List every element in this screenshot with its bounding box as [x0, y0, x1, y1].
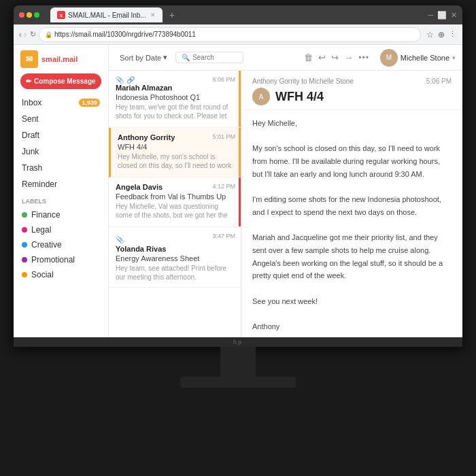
menu-icon[interactable]: ⋮ — [449, 30, 457, 39]
address-bar[interactable]: 🔒 https://smail.mail/10300/nrgdrive/7738… — [39, 27, 421, 42]
email-preview-2: Hey Michelle, Val was questioning some o… — [116, 202, 234, 221]
email-indicator-2 — [239, 177, 241, 226]
label-legal[interactable]: Legal — [14, 222, 108, 237]
sort-button[interactable]: Sort by Date ▾ — [116, 51, 171, 64]
window-maximize-dot[interactable] — [34, 12, 39, 18]
search-icon: 🔍 — [182, 54, 190, 61]
extensions-icon[interactable]: ⊕ — [438, 30, 445, 39]
window-minimize-dot[interactable] — [27, 12, 32, 18]
new-tab-icon[interactable]: + — [167, 10, 177, 20]
nav-draft[interactable]: Draft — [14, 127, 108, 143]
tab-title: SMAIL.MAIL - Email Inb... — [68, 12, 146, 19]
email-indicator-1 — [239, 128, 241, 177]
secure-icon: 🔒 — [45, 31, 52, 38]
label-promotional-dot — [22, 257, 27, 262]
minimize-icon[interactable]: ─ — [428, 11, 433, 19]
label-social[interactable]: Social — [14, 267, 108, 282]
nav-inbox-label: Inbox — [22, 98, 41, 107]
nav-reminder[interactable]: Reminder — [14, 176, 108, 192]
search-box[interactable]: 🔍 — [175, 52, 243, 63]
label-social-dot — [22, 272, 27, 277]
compose-label: Compose Message — [34, 78, 96, 85]
attach-icon-3: 📎 — [116, 236, 124, 243]
nav-junk[interactable]: Junk — [14, 143, 108, 160]
email-preview-1: Hey Michelle, my son's school is closed … — [118, 152, 234, 171]
email-indicator-0 — [239, 71, 241, 127]
label-creative[interactable]: Creative — [14, 237, 108, 252]
email-subject-3: Energy Awareness Sheet — [116, 254, 234, 262]
email-sender-0: Mariah Almazan — [116, 84, 234, 92]
thread-time: 5:06 PM — [426, 78, 452, 85]
label-finance[interactable]: Finance — [14, 207, 108, 222]
thread-from: Anthony Gorrity to Michelle Stone — [252, 78, 354, 85]
email-subject-detail: WFH 4/4 — [275, 90, 324, 104]
email-time-2: 4:12 PM — [212, 183, 235, 190]
sort-label: Sort by Date — [120, 54, 161, 62]
user-avatar: M — [380, 49, 398, 67]
email-item-1[interactable]: Anthony Gorrity 5:01 PM WFH 4/4 Hey Mich… — [109, 128, 241, 177]
monitor-brand-logo: hp — [233, 339, 243, 345]
label-legal-text: Legal — [31, 225, 51, 235]
email-time-0: 5:06 PM — [212, 76, 235, 83]
email-item-3[interactable]: 📎 Yolanda Rivas 3:47 PM Energy Awareness… — [109, 227, 241, 288]
delete-button[interactable]: 🗑 — [304, 52, 313, 63]
label-creative-text: Creative — [31, 240, 62, 250]
user-chevron-icon: ▾ — [452, 54, 456, 61]
email-subject-2: Feedback from Val is Thumbs Up — [116, 192, 234, 201]
sender-avatar: A — [252, 88, 270, 105]
label-legal-dot — [22, 227, 27, 233]
attach-icon-0: 📎 — [116, 76, 124, 84]
email-detail: Anthony Gorrity to Michelle Stone 5:06 P… — [241, 71, 462, 337]
link-icon-0: 🔗 — [126, 76, 135, 84]
nav-sent[interactable]: Sent — [14, 111, 108, 127]
search-input[interactable] — [192, 54, 240, 61]
refresh-button[interactable]: ↻ — [30, 30, 36, 39]
email-subject-1: WFH 4/4 — [118, 143, 234, 151]
email-item-2[interactable]: Angela Davis 4:12 PM Feedback from Val i… — [109, 177, 241, 227]
message-body-0: Hey Michelle, My son's school is closed … — [252, 117, 452, 333]
url-text: https://smail.mail/10300/nrgdrive/773894… — [54, 31, 196, 38]
sort-chevron-icon: ▾ — [163, 53, 167, 62]
tab-close-icon[interactable]: ✕ — [150, 12, 156, 18]
monitor-stand — [180, 377, 296, 388]
email-subject-0: Indonesia Photoshoot Q1 — [116, 93, 234, 101]
forward-button[interactable]: › — [24, 30, 27, 39]
user-profile[interactable]: M Michelle Stone ▾ — [380, 49, 456, 67]
label-promotional[interactable]: Promotional — [14, 252, 108, 267]
email-list: 📎 🔗 Mariah Almazan 5:06 PM Indonesia Pho… — [109, 71, 241, 337]
inbox-badge: 1,939 — [79, 99, 100, 107]
email-sender-3: Yolanda Rivas — [116, 245, 234, 253]
label-finance-text: Finance — [31, 210, 61, 220]
back-button[interactable]: ‹ — [19, 30, 22, 39]
more-actions-button[interactable]: ••• — [358, 53, 369, 63]
logo-icon: ✉ — [20, 50, 38, 68]
forward-button[interactable]: → — [344, 52, 353, 63]
bookmark-icon[interactable]: ☆ — [426, 30, 434, 39]
email-preview-3: Hey team, see attached! Print before our… — [116, 264, 234, 282]
label-social-text: Social — [31, 270, 54, 279]
logo-text: smail.mail — [41, 55, 78, 63]
undo-button[interactable]: ↩ — [318, 52, 326, 63]
message-1: Hey Michelle, My son's school is closed … — [241, 110, 462, 337]
nav-inbox[interactable]: Inbox 1,939 — [14, 95, 108, 111]
compose-button[interactable]: ✏ Compose Message — [20, 73, 101, 89]
label-promotional-text: Promotional — [31, 255, 75, 265]
label-creative-dot — [22, 242, 27, 248]
sidebar-logo: ✉ smail.mail — [14, 45, 108, 72]
sidebar: ✉ smail.mail ✏ Compose Message Inbox 1,9… — [14, 45, 109, 337]
redo-button[interactable]: ↪ — [331, 52, 339, 63]
email-time-3: 3:47 PM — [212, 233, 235, 239]
monitor-neck — [220, 347, 256, 377]
nav-trash[interactable]: Trash — [14, 160, 108, 176]
email-item-0[interactable]: 📎 🔗 Mariah Almazan 5:06 PM Indonesia Pho… — [109, 71, 241, 128]
user-name: Michelle Stone — [401, 54, 449, 62]
email-time-1: 5:01 PM — [212, 133, 235, 140]
label-finance-dot — [22, 212, 27, 218]
restore-icon[interactable]: ⬜ — [437, 11, 447, 20]
email-preview-0: Hey team, we've got the first round of s… — [116, 103, 234, 122]
labels-section-header: Labels — [14, 192, 108, 207]
close-icon[interactable]: ✕ — [451, 11, 457, 20]
tab-favicon: s — [57, 11, 65, 19]
window-close-dot[interactable] — [19, 12, 24, 18]
browser-tab[interactable]: s SMAIL.MAIL - Email Inb... ✕ — [50, 7, 163, 22]
